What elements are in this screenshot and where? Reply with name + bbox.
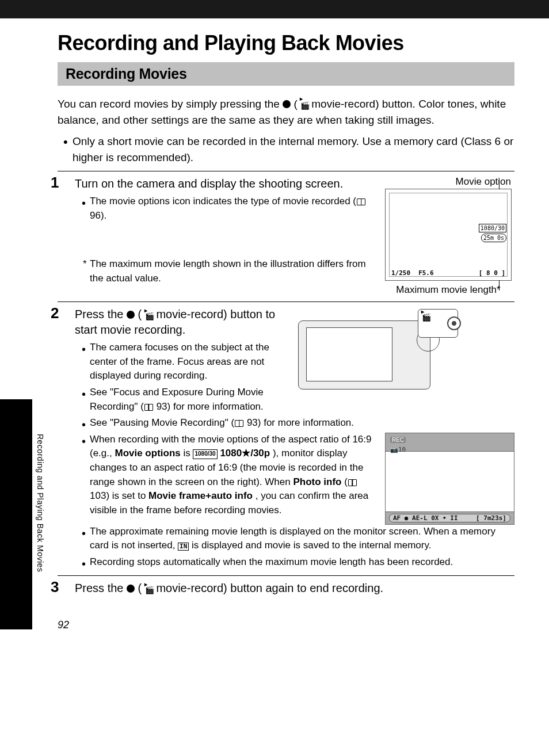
step-2-bullet-3: See "Pausing Movie Recording" ( 93) for … [90, 416, 514, 430]
s2b2r: 93 [157, 401, 167, 412]
rec-sub-indicator: 📷10 [390, 446, 406, 453]
step-1-bullet-1: The movie options icon indicates the typ… [90, 194, 372, 223]
page-title: Recording and Playing Back Movies [58, 31, 514, 55]
step-1-figure: Movie option 1080/30 25m 0s 1/250 F5.6 [… [382, 176, 514, 296]
movie-record-icon [422, 312, 430, 322]
photo-info-label: Photo info [293, 476, 341, 487]
side-tab [0, 399, 32, 629]
movie-record-icon [145, 584, 153, 596]
record-button-icon [127, 585, 135, 593]
step-2: 2 Press the ( movie-record) button to st… [58, 301, 514, 570]
intro-text-a: You can record movies by simply pressing… [58, 98, 283, 110]
rec-indicator: REC [390, 437, 406, 443]
page-content: Recording and Playing Back Movies Record… [0, 31, 549, 654]
s2b4b: is [183, 448, 193, 459]
fig1-count: [ 8 0 ] [479, 269, 505, 277]
page-ref-icon [357, 198, 365, 205]
s2b4r: 103 [90, 490, 106, 501]
intro-paragraph: You can record movies by simply pressing… [58, 96, 514, 128]
movie-frame-info-label: Movie frame+auto info [148, 490, 253, 501]
s2b3a: See "Pausing Movie Recording" ( [90, 417, 234, 428]
side-caption: Recording and Playing Back Movies [36, 434, 45, 572]
s2-head-a: Press the [75, 308, 127, 320]
s3c: movie-record) button again to end record… [156, 582, 383, 594]
internal-memory-icon: IN [178, 543, 189, 551]
record-button-icon [127, 311, 135, 319]
intro-bullet-1: Only a short movie can be recorded in th… [73, 133, 514, 165]
top-black-bar [0, 0, 549, 18]
step-1-b1-b: ). [101, 210, 106, 221]
step-2-number: 2 [51, 304, 59, 322]
step-1-caption-bottom: Maximum movie length* [382, 284, 514, 296]
record-button-illustration [447, 316, 461, 330]
s2b3r: 93 [247, 417, 258, 428]
rec-status-left: AF ● AE-L 0X • II [393, 514, 458, 522]
s2b4d: ( [344, 476, 348, 487]
page-ref-icon [144, 404, 153, 411]
step-1-number: 1 [51, 174, 59, 192]
fig1-time: 25m 0s [481, 234, 506, 242]
s2b3b: ) for more information. [258, 417, 354, 428]
section-title: Recording Movies [58, 62, 514, 86]
step-1-caption-top: Movie option [382, 176, 514, 188]
page-number: 92 [58, 619, 514, 631]
fig1-resolution: 1080/30 [479, 224, 506, 232]
step-3: 3 Press the ( movie-record) button again… [58, 575, 514, 596]
step-2-bullet-5: The approximate remaining movie length i… [90, 525, 514, 553]
step-2-rec-figure: REC 📷10 AF ● AE-L 0X • II [ 7m23s] [382, 433, 514, 525]
step-2-heading: Press the ( movie-record) button to star… [75, 307, 288, 337]
step-3-number: 3 [51, 578, 59, 596]
rec-status-right: [ 7m23s] [476, 514, 506, 522]
recording-screen-illustration: REC 📷10 AF ● AE-L 0X • II [ 7m23s] [385, 433, 514, 525]
camera-illustration [298, 309, 448, 395]
page-ref-icon [348, 479, 357, 486]
step-2-bullet-1: The camera focuses on the subject at the… [90, 341, 288, 383]
fig1-shutter: 1/250 [391, 269, 410, 277]
step-1: 1 Turn on the camera and display the sho… [58, 171, 514, 296]
movie-option-value: 1080★/30p [220, 448, 270, 459]
fig1-fnum: F5.6 [418, 269, 434, 277]
step-1-heading: Turn on the camera and display the shoot… [75, 176, 372, 191]
movie-options-label: Movie options [115, 448, 180, 459]
movie-record-icon [300, 98, 308, 112]
page-ref-icon [235, 420, 243, 427]
s2b4e: ) is set to [106, 490, 148, 501]
step-1-b1-a: The movie options icon indicates the typ… [90, 196, 356, 207]
step-2-bullet-6: Recording stops automatically when the m… [90, 555, 514, 570]
movie-record-icon [145, 310, 153, 322]
step-1-note: The maximum movie length shown in the il… [90, 257, 372, 285]
step-1-b1-ref: 96 [90, 210, 101, 221]
s2b2b: ) for more information. [167, 401, 264, 412]
step-2-camera-figure [298, 307, 448, 416]
s2b5b: is displayed and movie is saved to the i… [192, 540, 431, 551]
monitor-illustration: 1080/30 25m 0s 1/250 F5.6 [ 8 0 ] [385, 189, 512, 281]
s3a: Press the [75, 582, 127, 594]
step-2-bullet-2: See "Focus and Exposure During Movie Rec… [90, 385, 288, 414]
step-3-heading: Press the ( movie-record) button again t… [75, 581, 514, 596]
record-button-icon [283, 100, 291, 108]
rec-status-bar: AF ● AE-L 0X • II [ 7m23s] [389, 514, 510, 522]
step-2-bullet-4: When recording with the movie options of… [90, 433, 372, 518]
